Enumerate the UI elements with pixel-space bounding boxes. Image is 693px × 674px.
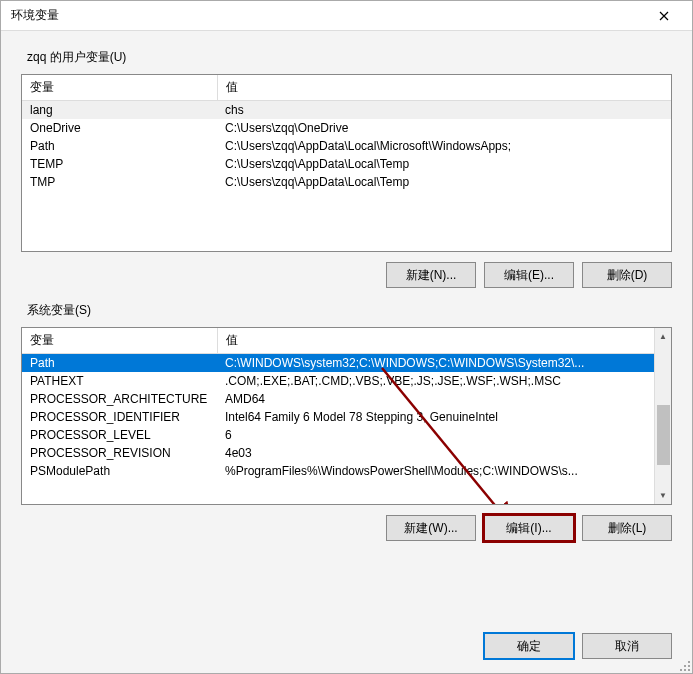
ok-button[interactable]: 确定 — [484, 633, 574, 659]
dialog-title: 环境变量 — [11, 7, 59, 24]
scroll-down-icon[interactable]: ▼ — [655, 487, 671, 504]
table-row[interactable]: PathC:\WINDOWS\system32;C:\WINDOWS;C:\WI… — [22, 354, 654, 373]
scroll-thumb[interactable] — [657, 405, 670, 465]
user-vars-group: zqq 的用户变量(U) 变量 值 langchsOneDriveC:\User… — [21, 49, 672, 288]
cell-val: 6 — [217, 426, 654, 444]
system-scrollbar[interactable]: ▲ ▼ — [654, 328, 671, 504]
system-edit-button[interactable]: 编辑(I)... — [484, 515, 574, 541]
resize-grip-icon[interactable] — [679, 660, 691, 672]
table-row[interactable]: PROCESSOR_ARCHITECTUREAMD64 — [22, 390, 654, 408]
svg-point-6 — [688, 661, 690, 663]
cell-var: TEMP — [22, 155, 217, 173]
sys-col-val[interactable]: 值 — [217, 328, 654, 354]
system-vars-table-wrap: 变量 值 PathC:\WINDOWS\system32;C:\WINDOWS;… — [21, 327, 672, 505]
close-button[interactable] — [644, 3, 684, 29]
cell-val: AMD64 — [217, 390, 654, 408]
cell-var: PROCESSOR_IDENTIFIER — [22, 408, 217, 426]
table-row[interactable]: PATHEXT.COM;.EXE;.BAT;.CMD;.VBS;.VBE;.JS… — [22, 372, 654, 390]
user-vars-table-wrap: 变量 值 langchsOneDriveC:\Users\zqq\OneDriv… — [21, 74, 672, 252]
user-vars-buttons: 新建(N)... 编辑(E)... 删除(D) — [21, 262, 672, 288]
user-col-val[interactable]: 值 — [217, 75, 671, 101]
table-row[interactable]: PathC:\Users\zqq\AppData\Local\Microsoft… — [22, 137, 671, 155]
svg-point-3 — [688, 665, 690, 667]
cell-var: lang — [22, 101, 217, 120]
dialog-footer: 确定 取消 — [1, 623, 692, 673]
cell-var: Path — [22, 137, 217, 155]
cell-val: C:\WINDOWS\system32;C:\WINDOWS;C:\WINDOW… — [217, 354, 654, 373]
cell-var: PROCESSOR_LEVEL — [22, 426, 217, 444]
svg-point-5 — [684, 665, 686, 667]
svg-point-4 — [680, 669, 682, 671]
user-edit-button[interactable]: 编辑(E)... — [484, 262, 574, 288]
close-icon — [659, 11, 669, 21]
table-row[interactable]: PROCESSOR_IDENTIFIERIntel64 Family 6 Mod… — [22, 408, 654, 426]
table-row[interactable]: TMPC:\Users\zqq\AppData\Local\Temp — [22, 173, 671, 191]
cell-val: 4e03 — [217, 444, 654, 462]
user-vars-label: zqq 的用户变量(U) — [27, 49, 672, 66]
user-vars-table[interactable]: 变量 值 langchsOneDriveC:\Users\zqq\OneDriv… — [22, 75, 671, 191]
cell-var: TMP — [22, 173, 217, 191]
system-new-button[interactable]: 新建(W)... — [386, 515, 476, 541]
cell-val: .COM;.EXE;.BAT;.CMD;.VBS;.VBE;.JS;.JSE;.… — [217, 372, 654, 390]
table-row[interactable]: langchs — [22, 101, 671, 120]
cancel-button[interactable]: 取消 — [582, 633, 672, 659]
user-new-button[interactable]: 新建(N)... — [386, 262, 476, 288]
cell-val: C:\Users\zqq\AppData\Local\Microsoft\Win… — [217, 137, 671, 155]
titlebar: 环境变量 — [1, 1, 692, 31]
user-delete-button[interactable]: 删除(D) — [582, 262, 672, 288]
svg-point-1 — [688, 669, 690, 671]
cell-var: PROCESSOR_ARCHITECTURE — [22, 390, 217, 408]
env-vars-dialog: 环境变量 zqq 的用户变量(U) 变量 值 langchsOneDriveC:… — [0, 0, 693, 674]
user-col-var[interactable]: 变量 — [22, 75, 217, 101]
cell-val: C:\Users\zqq\OneDrive — [217, 119, 671, 137]
sys-col-var[interactable]: 变量 — [22, 328, 217, 354]
dialog-body: zqq 的用户变量(U) 变量 值 langchsOneDriveC:\User… — [1, 31, 692, 623]
table-row[interactable]: PSModulePath%ProgramFiles%\WindowsPowerS… — [22, 462, 654, 480]
cell-var: PSModulePath — [22, 462, 217, 480]
cell-var: PROCESSOR_REVISION — [22, 444, 217, 462]
system-vars-buttons: 新建(W)... 编辑(I)... 删除(L) — [21, 515, 672, 541]
table-row[interactable]: PROCESSOR_LEVEL6 — [22, 426, 654, 444]
table-row[interactable]: TEMPC:\Users\zqq\AppData\Local\Temp — [22, 155, 671, 173]
system-vars-table[interactable]: 变量 值 PathC:\WINDOWS\system32;C:\WINDOWS;… — [22, 328, 654, 480]
cell-var: Path — [22, 354, 217, 373]
cell-val: C:\Users\zqq\AppData\Local\Temp — [217, 173, 671, 191]
system-vars-label: 系统变量(S) — [27, 302, 672, 319]
cell-val: chs — [217, 101, 671, 120]
cell-var: OneDrive — [22, 119, 217, 137]
cell-val: Intel64 Family 6 Model 78 Stepping 3, Ge… — [217, 408, 654, 426]
system-delete-button[interactable]: 删除(L) — [582, 515, 672, 541]
table-row[interactable]: OneDriveC:\Users\zqq\OneDrive — [22, 119, 671, 137]
cell-val: %ProgramFiles%\WindowsPowerShell\Modules… — [217, 462, 654, 480]
system-vars-group: 系统变量(S) 变量 值 PathC:\WINDOWS\system32;C:\… — [21, 302, 672, 541]
cell-var: PATHEXT — [22, 372, 217, 390]
cell-val: C:\Users\zqq\AppData\Local\Temp — [217, 155, 671, 173]
svg-point-2 — [684, 669, 686, 671]
scroll-up-icon[interactable]: ▲ — [655, 328, 671, 345]
table-row[interactable]: PROCESSOR_REVISION4e03 — [22, 444, 654, 462]
